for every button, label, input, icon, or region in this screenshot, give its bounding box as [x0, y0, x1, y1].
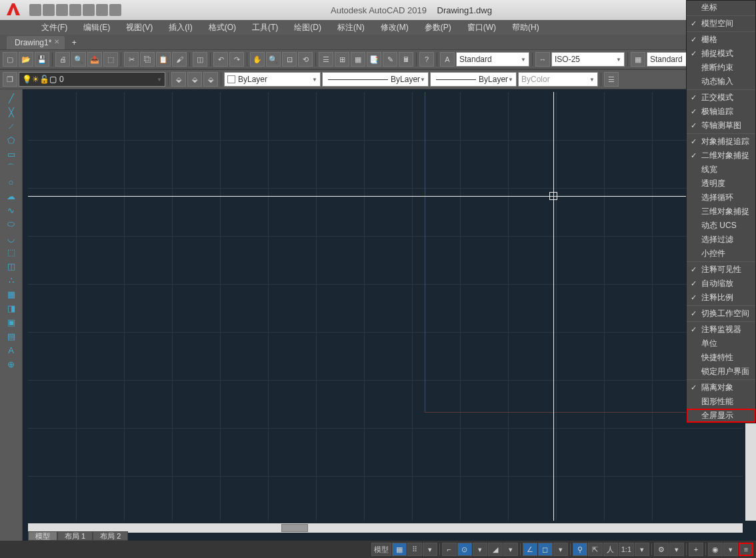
properties-icon[interactable]: ☰	[319, 52, 333, 67]
tab-add-button[interactable]: +	[66, 36, 82, 49]
insert-block-icon[interactable]: ⬚	[5, 246, 17, 258]
table-style-icon[interactable]: ▦	[631, 52, 645, 67]
layer-filter2-icon[interactable]: ⬙	[187, 72, 202, 87]
document-tab[interactable]: Drawing1* ✕	[7, 36, 65, 49]
list-icon[interactable]: ☰	[604, 72, 619, 87]
text-style-icon[interactable]: A	[440, 52, 455, 67]
print-icon[interactable]: 🖨	[55, 52, 70, 67]
qat-undo-icon[interactable]	[96, 4, 108, 16]
menu-item[interactable]: 文件(F)	[33, 20, 75, 35]
ctx-item[interactable]: 线宽	[687, 163, 755, 177]
status-iso-dropdown[interactable]: ▾	[503, 543, 518, 556]
status-grid-icon[interactable]: ▦	[392, 543, 407, 556]
text-style-combo[interactable]: Standard▼	[456, 52, 529, 67]
spline-tool-icon[interactable]: ∿	[5, 204, 17, 216]
ctx-item[interactable]: ✓栅格	[687, 33, 755, 47]
redo-icon[interactable]: ↷	[229, 52, 244, 67]
status-iso-icon[interactable]: ◢	[488, 543, 503, 556]
design-center-icon[interactable]: ⊞	[335, 52, 349, 67]
layer-combo[interactable]: 💡☀🔓▢ 0▼	[19, 72, 165, 87]
plot-style-combo[interactable]: ByColor▼	[518, 72, 598, 87]
status-snap-dropdown[interactable]: ▾	[423, 543, 437, 556]
menu-item[interactable]: 工具(T)	[244, 20, 286, 35]
make-block-icon[interactable]: ◫	[5, 260, 17, 272]
status-autoscale-icon[interactable]: ⇱	[588, 543, 603, 556]
quickcalc-icon[interactable]: 🖩	[399, 52, 413, 67]
status-workspace-icon[interactable]: ⚙	[654, 543, 669, 556]
dim-style-combo[interactable]: ISO-25▼	[551, 52, 625, 67]
drawing-area[interactable]: 模型布局 1布局 2	[23, 89, 756, 541]
help-icon[interactable]: ?	[419, 52, 434, 67]
qat-save-icon[interactable]	[56, 4, 68, 16]
ctx-item[interactable]: 小控件	[687, 247, 755, 261]
polyline-tool-icon[interactable]: ⟋	[5, 120, 17, 132]
paste-icon[interactable]: 📋	[156, 52, 171, 67]
qat-redo-icon[interactable]	[109, 4, 121, 16]
ctx-item[interactable]: 三维对象捕捉	[687, 205, 755, 219]
ctx-item[interactable]: 推断约束	[687, 61, 755, 75]
status-polar-icon[interactable]: ⊙	[457, 543, 472, 556]
cut-icon[interactable]: ✂	[124, 52, 139, 67]
ctx-item[interactable]: 选择循环	[687, 191, 755, 205]
ctx-item[interactable]: ✓极轴追踪	[687, 105, 755, 119]
ctx-item[interactable]: 全屏显示	[687, 409, 755, 423]
layout-tab[interactable]: 模型	[28, 531, 57, 541]
ctx-item[interactable]: ✓注释比例	[687, 291, 755, 305]
ctx-item[interactable]: ✓等轴测草图	[687, 119, 755, 133]
qat-new-icon[interactable]	[29, 4, 41, 16]
hatch-tool-icon[interactable]: ▦	[5, 288, 17, 300]
status-workspace-dropdown[interactable]: ▾	[669, 543, 684, 556]
lineweight-combo[interactable]: ByLayer▼	[430, 72, 517, 87]
ctx-item[interactable]: ✓捕捉模式	[687, 47, 755, 61]
status-ortho-icon[interactable]: ⌐	[442, 543, 457, 556]
ctx-item[interactable]: 坐标	[687, 1, 755, 15]
new-icon[interactable]: ▢	[3, 52, 17, 67]
arc-tool-icon[interactable]: ⌒	[5, 162, 17, 174]
undo-icon[interactable]: ↶	[213, 52, 228, 67]
ctx-item[interactable]: ✓模型空间	[687, 17, 755, 31]
circle-tool-icon[interactable]: ○	[5, 176, 17, 188]
tool-palette-icon[interactable]: ▦	[351, 52, 365, 67]
point-tool-icon[interactable]: ∴	[5, 274, 17, 286]
status-annomonitor-icon[interactable]: +	[689, 543, 703, 556]
status-otrack-icon[interactable]: ∠	[523, 543, 537, 556]
revision-cloud-icon[interactable]: ☁	[5, 190, 17, 202]
region-tool-icon[interactable]: ▣	[5, 316, 17, 328]
ctx-item[interactable]: 选择过滤	[687, 233, 755, 247]
menu-item[interactable]: 参数(P)	[417, 20, 459, 35]
linetype-combo[interactable]: ByLayer▼	[322, 72, 429, 87]
ctx-item[interactable]: ✓对象捕捉追踪	[687, 135, 755, 149]
open-icon[interactable]: 📂	[19, 52, 33, 67]
status-osnap-dropdown[interactable]: ▾	[553, 543, 568, 556]
menu-item[interactable]: 窗口(W)	[459, 20, 504, 35]
gradient-tool-icon[interactable]: ◨	[5, 302, 17, 314]
tab-close-icon[interactable]: ✕	[54, 38, 62, 46]
layer-filter3-icon[interactable]: ⬙	[203, 72, 218, 87]
ctx-item[interactable]: ✓隔离对象	[687, 381, 755, 395]
status-annovisibility-icon[interactable]: ⚲	[573, 543, 587, 556]
qat-open-icon[interactable]	[43, 4, 55, 16]
layer-manager-icon[interactable]: ❒	[3, 72, 17, 87]
zoom-window-icon[interactable]: ⊡	[282, 52, 297, 67]
ctx-item[interactable]: 透明度	[687, 177, 755, 191]
menu-item[interactable]: 编辑(E)	[75, 20, 118, 35]
construction-line-icon[interactable]: ╳	[5, 106, 17, 118]
status-scale[interactable]: 1:1	[619, 543, 634, 556]
polygon-tool-icon[interactable]: ⬠	[5, 134, 17, 146]
status-model[interactable]: 模型	[371, 543, 391, 556]
block-editor-icon[interactable]: ◫	[193, 52, 207, 67]
status-annoscale-icon[interactable]: 人	[603, 543, 618, 556]
zoom-prev-icon[interactable]: ⟲	[298, 52, 313, 67]
status-isolate-dropdown[interactable]: ▾	[723, 543, 738, 556]
add-selected-icon[interactable]: ⊕	[5, 358, 17, 370]
app-logo[interactable]	[0, 0, 27, 20]
menu-item[interactable]: 标注(N)	[329, 20, 373, 35]
ctx-item[interactable]: 动态输入	[687, 75, 755, 89]
menu-item[interactable]: 格式(O)	[201, 20, 244, 35]
ctx-item[interactable]: ✓正交模式	[687, 91, 755, 105]
ctx-item[interactable]: 锁定用户界面	[687, 365, 755, 379]
status-snap-icon[interactable]: ⠿	[407, 543, 422, 556]
color-combo[interactable]: ByLayer▼	[224, 72, 321, 87]
status-customize-icon[interactable]: ≡	[739, 543, 753, 556]
publish-icon[interactable]: 📤	[87, 52, 102, 67]
